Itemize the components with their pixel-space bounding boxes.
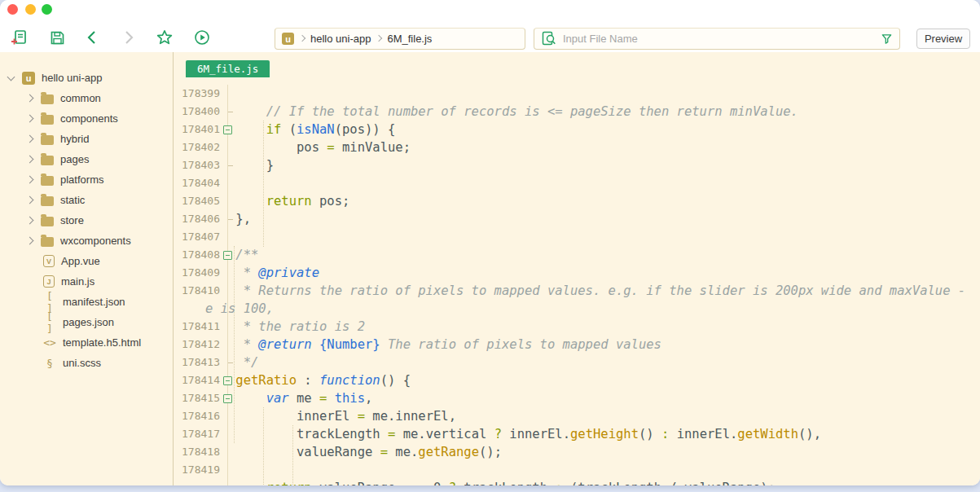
code-line[interactable]: 178413 */ [174,354,980,371]
sidebar-item-label: wxcomponents [60,235,131,247]
code-line[interactable]: 178414 getRatio : function() { [174,371,980,389]
code-line[interactable]: 178418 valueRange = me.getRange(); [174,443,980,461]
code-line[interactable]: 178409 * @private [174,264,980,282]
sidebar-item-store[interactable]: store [0,210,173,231]
code-text[interactable]: e is 100, [205,300,274,318]
code-line[interactable]: 178406 }, [174,210,980,228]
code-line[interactable]: 178399 [174,85,980,103]
close-window-button[interactable] [7,4,18,15]
code-line[interactable]: 178404 [174,174,980,192]
code-line[interactable]: 178405 return pos; [174,192,980,210]
folder-icon [41,115,54,125]
code-text[interactable]: * @return {Number} The ratio of pixels t… [205,336,661,354]
code-text[interactable]: */ [205,354,258,371]
code-area[interactable]: 178399178400 // If the total number of r… [174,85,980,485]
sidebar-item-uni-scss[interactable]: §uni.scss [0,353,173,373]
zoom-window-button[interactable] [42,4,52,15]
sidebar-item-label: pages.json [63,316,114,328]
code-text[interactable]: trackLength = me.vertical ? innerEl.getH… [205,425,821,443]
chevron-down-icon[interactable] [7,72,15,81]
sidebar-item-hello-uni-app[interactable]: uhello uni-app [0,68,173,88]
code-line[interactable]: 178403 } [174,156,980,174]
code-text[interactable]: return valueRange === 0 ? trackLength : … [205,479,776,485]
favorite-button[interactable] [154,27,175,48]
code-text[interactable]: // If the total number of records is <= … [205,103,798,121]
code-line[interactable]: 178412 * @return {Number} The ratio of p… [174,336,980,354]
sidebar-item-label: store [60,214,84,226]
navigate-forward-button[interactable] [118,27,139,48]
minimize-window-button[interactable] [25,4,36,15]
code-text[interactable]: }, [205,210,251,228]
chevron-right-icon[interactable] [26,237,34,245]
code-text[interactable]: return pos; [205,192,349,210]
new-file-button[interactable] [9,27,30,48]
navigate-back-button[interactable] [81,27,103,48]
sidebar-item-label: hello uni-app [42,72,102,84]
line-number: 178404 [182,174,220,192]
sidebar-item-main-js[interactable]: Jmain.js [0,271,173,292]
sidebar-item-manifest-json[interactable]: [ ]manifest.json [0,292,173,312]
preview-button[interactable]: Preview [916,29,970,49]
tab-6m-file-js[interactable]: 6M_file.js [186,60,270,77]
code-line[interactable]: 178407 [174,228,980,246]
scss-file-icon: § [43,357,56,369]
forward-chevron-icon [121,29,137,46]
code-text[interactable]: /** [205,246,258,264]
sidebar-item-static[interactable]: static [0,190,173,210]
toolbar: u hello uni-app 6M_file.js Preview [0,24,980,52]
sidebar-item-label: uni.scss [63,357,101,369]
code-text[interactable]: innerEl = me.innerEl, [205,407,456,425]
code-text[interactable]: pos = minValue; [205,138,411,156]
code-text[interactable]: * the ratio is 2 [205,318,365,336]
js-file-icon: J [43,275,55,288]
breadcrumb-project[interactable]: hello uni-app [310,33,371,45]
breadcrumb-chevron-icon [376,35,382,42]
uni-logo-icon: u [22,72,35,85]
sidebar-item-platforms[interactable]: platforms [0,169,173,190]
chevron-right-icon[interactable] [26,196,34,204]
chevron-right-icon[interactable] [26,217,34,225]
code-line[interactable]: 178415 var me = this, [174,389,980,407]
code-text[interactable]: } [205,156,274,174]
code-line[interactable]: 178408 /** [174,246,980,264]
breadcrumb[interactable]: u hello uni-app 6M_file.js [275,28,525,50]
code-text[interactable]: * @private [205,264,319,282]
sidebar-item-wxcomponents[interactable]: wxcomponents [0,231,173,251]
sidebar-item-pages[interactable]: pages [0,149,173,169]
editor-pane: 6M_file.js 178399178400 // If the total … [174,52,980,485]
filter-button[interactable] [881,33,893,45]
code-line[interactable]: 178417 trackLength = me.vertical ? inner… [174,425,980,443]
sidebar-item-common[interactable]: common [0,88,173,108]
code-line[interactable]: 178411 * the ratio is 2 [174,318,980,336]
run-button[interactable] [191,27,213,48]
breadcrumb-file[interactable]: 6M_file.js [387,33,432,45]
code-line[interactable]: 178400 // If the total number of records… [174,103,980,121]
sidebar-item-template-h5-html[interactable]: <>template.h5.html [0,332,173,353]
file-search-input[interactable] [563,33,874,45]
code-line[interactable]: 178419 [174,461,980,479]
file-search-box[interactable] [534,28,900,50]
chevron-right-icon[interactable] [26,135,34,143]
code-text[interactable]: if (isNaN(pos)) { [205,121,395,138]
sidebar-item-label: static [60,194,85,206]
sidebar-item-pages-json[interactable]: [ ]pages.json [0,312,173,332]
code-text[interactable]: * Returns the ratio of pixels to mapped … [205,282,965,300]
code-line[interactable]: 178416 innerEl = me.innerEl, [174,407,980,425]
chevron-right-icon[interactable] [26,176,34,184]
sidebar-item-components[interactable]: components [0,108,173,129]
code-line[interactable]: 178402 pos = minValue; [174,138,980,156]
chevron-right-icon[interactable] [26,115,34,123]
sidebar-item-app-vue[interactable]: VApp.vue [0,251,173,271]
code-line[interactable]: 178401 if (isNaN(pos)) { [174,121,980,138]
code-text[interactable]: var me = this, [205,389,372,407]
sidebar-item-hybrid[interactable]: hybrid [0,129,173,149]
code-text[interactable]: getRatio : function() { [205,371,411,389]
chevron-right-icon[interactable] [26,156,34,164]
code-text[interactable]: valueRange = me.getRange(); [205,443,502,461]
save-button[interactable] [46,27,68,48]
chevron-right-icon[interactable] [26,94,34,103]
code-line[interactable]: return valueRange === 0 ? trackLength : … [174,479,980,485]
code-line-wrap[interactable]: e is 100, [174,300,980,318]
html-file-icon: <> [43,336,56,349]
code-line[interactable]: 178410 * Returns the ratio of pixels to … [174,282,980,300]
